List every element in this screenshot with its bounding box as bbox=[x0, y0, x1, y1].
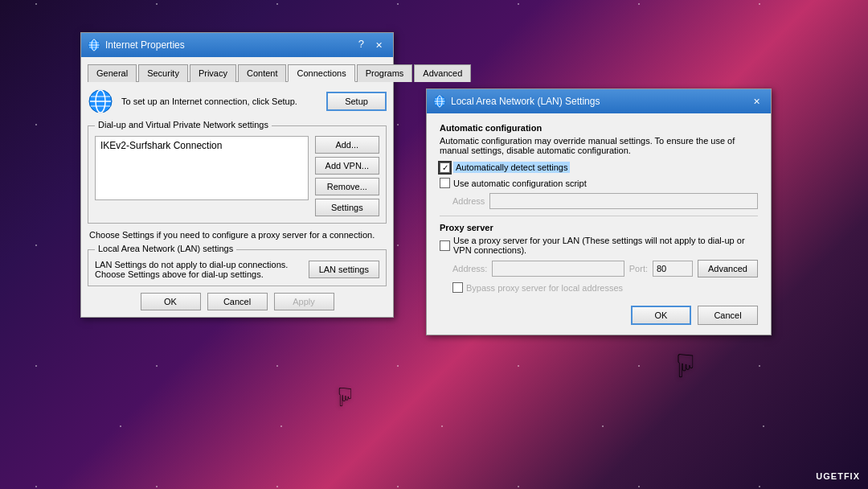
vpn-group-label: Dial-up and Virtual Private Network sett… bbox=[95, 120, 272, 129]
use-proxy-row: Use a proxy server for your LAN (These s… bbox=[440, 236, 758, 255]
proxy-server-section: Proxy server Use a proxy server for your… bbox=[440, 223, 758, 293]
auto-detect-label: Automatically detect settings bbox=[453, 162, 570, 173]
auto-detect-checkbox[interactable] bbox=[440, 162, 450, 173]
vpn-listbox[interactable]: IKEv2-Surfshark Connection bbox=[95, 136, 309, 200]
proxy-address-input[interactable] bbox=[492, 261, 624, 277]
proxy-port-label: Port: bbox=[629, 264, 648, 273]
lan-ok-button[interactable]: OK bbox=[631, 306, 691, 325]
bypass-proxy-row: Bypass proxy server for local addresses bbox=[452, 282, 758, 293]
auto-config-description: Automatic configuration may override man… bbox=[440, 136, 758, 155]
address-input[interactable] bbox=[489, 193, 758, 209]
titlebar-controls: ? ✕ bbox=[354, 38, 387, 52]
lan-desc-line2: Choose Settings above for dial-up settin… bbox=[95, 269, 301, 279]
proxy-address-label: Address: bbox=[452, 264, 487, 273]
auto-config-title: Automatic configuration bbox=[440, 123, 758, 133]
divider bbox=[440, 216, 758, 216]
list-item[interactable]: IKEv2-Surfshark Connection bbox=[97, 138, 306, 153]
lan-ie-icon bbox=[433, 95, 446, 108]
auto-script-label: Use automatic configuration script bbox=[453, 179, 587, 188]
internet-properties-dialog: Internet Properties ? ✕ General Security… bbox=[80, 32, 394, 318]
remove-button[interactable]: Remove... bbox=[315, 178, 379, 195]
auto-script-checkbox[interactable] bbox=[440, 178, 450, 188]
auto-script-row: Use automatic configuration script bbox=[440, 178, 758, 188]
address-label: Address bbox=[452, 196, 485, 206]
lan-settings-bottom-buttons: OK Cancel bbox=[440, 306, 758, 325]
lan-close-button[interactable]: ✕ bbox=[748, 94, 764, 109]
auto-config-section: Automatic configuration Automatic config… bbox=[440, 123, 758, 209]
setup-section: To set up an Internet connection, click … bbox=[88, 88, 387, 114]
proxy-port-input[interactable] bbox=[653, 261, 693, 277]
lan-titlebar-left: Local Area Network (LAN) Settings bbox=[433, 95, 600, 108]
lan-group: Local Area Network (LAN) settings LAN Se… bbox=[88, 249, 387, 286]
lan-cancel-button[interactable]: Cancel bbox=[698, 306, 758, 325]
address-row: Address bbox=[452, 193, 758, 209]
internet-properties-titlebar[interactable]: Internet Properties ? ✕ bbox=[81, 33, 393, 57]
lan-settings-title: Local Area Network (LAN) Settings bbox=[451, 96, 600, 107]
ie-icon bbox=[88, 39, 100, 51]
tab-security[interactable]: Security bbox=[138, 64, 188, 82]
titlebar-left: Internet Properties bbox=[88, 39, 185, 51]
bypass-proxy-checkbox[interactable] bbox=[452, 282, 463, 293]
internet-properties-title: Internet Properties bbox=[105, 39, 185, 51]
internet-props-bottom-buttons: OK Cancel Apply bbox=[88, 293, 387, 310]
use-proxy-checkbox[interactable] bbox=[440, 240, 450, 251]
help-button[interactable]: ? bbox=[354, 38, 369, 52]
ugetfix-badge: UGETFIX bbox=[816, 471, 860, 481]
proxy-server-title: Proxy server bbox=[440, 223, 758, 232]
use-proxy-label: Use a proxy server for your LAN (These s… bbox=[453, 236, 758, 255]
lan-settings-titlebar[interactable]: Local Area Network (LAN) Settings ✕ bbox=[427, 89, 771, 113]
lan-settings-dialog: Local Area Network (LAN) Settings ✕ Auto… bbox=[426, 88, 772, 335]
apply-button[interactable]: Apply bbox=[274, 293, 334, 310]
choose-settings-text: Choose Settings if you need to configure… bbox=[88, 230, 387, 240]
lan-section-content: LAN Settings do not apply to dial-up con… bbox=[95, 260, 379, 279]
auto-detect-row: Automatically detect settings bbox=[440, 162, 758, 173]
lan-settings-content: Automatic configuration Automatic config… bbox=[427, 113, 771, 335]
cursor-hand-lan: ☟ bbox=[338, 382, 353, 413]
vpn-group: Dial-up and Virtual Private Network sett… bbox=[88, 125, 387, 224]
tab-general[interactable]: General bbox=[88, 64, 137, 82]
bypass-proxy-label: Bypass proxy server for local addresses bbox=[466, 283, 623, 293]
advanced-button[interactable]: Advanced bbox=[698, 260, 758, 277]
add-vpn-button[interactable]: Add VPN... bbox=[315, 157, 379, 175]
internet-properties-content: General Security Privacy Content Connect… bbox=[81, 57, 393, 317]
close-button[interactable]: ✕ bbox=[371, 38, 387, 52]
setup-button[interactable]: Setup bbox=[326, 92, 387, 111]
lan-group-label: Local Area Network (LAN) settings bbox=[95, 244, 236, 253]
tab-content[interactable]: Content bbox=[238, 64, 287, 82]
tab-connections[interactable]: Connections bbox=[288, 64, 354, 82]
lan-settings-button[interactable]: LAN settings bbox=[309, 261, 379, 278]
vpn-buttons: Add... Add VPN... Remove... Settings bbox=[315, 136, 379, 216]
cancel-button[interactable]: Cancel bbox=[207, 293, 268, 310]
lan-titlebar-controls: ✕ bbox=[748, 94, 764, 109]
lan-description: LAN Settings do not apply to dial-up con… bbox=[95, 260, 301, 279]
vpn-section-content: IKEv2-Surfshark Connection Add... Add VP… bbox=[95, 136, 379, 216]
cursor-hand-ok: ☟ bbox=[676, 347, 695, 384]
settings-button[interactable]: Settings bbox=[315, 199, 379, 216]
proxy-address-port-row: Address: Port: Advanced bbox=[440, 260, 758, 277]
setup-description: To set up an Internet connection, click … bbox=[121, 97, 318, 106]
tab-programs[interactable]: Programs bbox=[357, 64, 413, 82]
tab-privacy[interactable]: Privacy bbox=[190, 64, 236, 82]
lan-desc-line1: LAN Settings do not apply to dial-up con… bbox=[95, 260, 301, 269]
globe-icon bbox=[88, 88, 113, 114]
ok-button[interactable]: OK bbox=[141, 293, 201, 310]
tab-advanced[interactable]: Advanced bbox=[414, 64, 471, 82]
tab-bar: General Security Privacy Content Connect… bbox=[88, 64, 387, 82]
add-button[interactable]: Add... bbox=[315, 136, 379, 154]
